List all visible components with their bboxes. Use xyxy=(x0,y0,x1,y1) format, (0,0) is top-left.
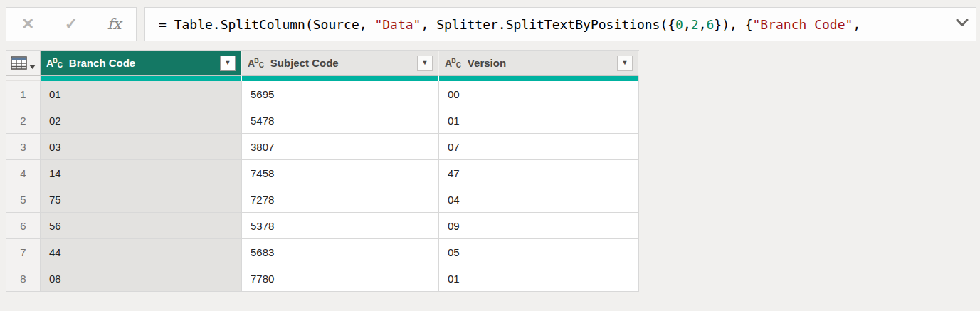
text-type-icon[interactable]: ABC xyxy=(445,58,461,69)
expand-formula-bar-button[interactable] xyxy=(954,17,970,28)
table-cell[interactable]: 56 xyxy=(41,213,242,239)
column-quality-bar xyxy=(439,76,639,81)
column-header-subject-code[interactable]: ABC Subject Code ▼ xyxy=(242,51,439,76)
row-number[interactable]: 1 xyxy=(6,81,41,107)
table-cell[interactable]: 7780 xyxy=(242,265,439,292)
formula-token: 6 xyxy=(706,17,714,32)
formula-token: 0 xyxy=(675,17,683,32)
data-preview-table: ABC Branch Code ▼ ABC Subject Code ▼ ABC… xyxy=(6,50,639,292)
filter-button[interactable]: ▼ xyxy=(220,56,236,71)
column-header-label: Subject Code xyxy=(270,57,417,69)
table-cell[interactable]: 09 xyxy=(439,213,639,239)
table-grid-icon xyxy=(11,56,27,70)
table-cell[interactable]: 02 xyxy=(41,107,242,134)
table-cell[interactable]: 00 xyxy=(439,81,639,107)
row-number[interactable]: 3 xyxy=(6,134,41,160)
formula-token: "Data" xyxy=(374,17,421,32)
cancel-button[interactable]: ✕ xyxy=(12,10,43,38)
table-corner-button[interactable] xyxy=(6,51,41,76)
table-cell[interactable]: 04 xyxy=(439,186,639,213)
text-type-icon[interactable]: ABC xyxy=(46,58,63,69)
table-cell[interactable]: 14 xyxy=(41,160,242,186)
column-header-branch-code[interactable]: ABC Branch Code ▼ xyxy=(41,51,242,76)
row-number[interactable]: 8 xyxy=(6,265,41,292)
formula-token: , xyxy=(699,17,707,32)
formula-token: , xyxy=(683,17,691,32)
check-icon: ✓ xyxy=(65,15,78,33)
row-number[interactable]: 7 xyxy=(6,239,41,265)
row-number[interactable]: 4 xyxy=(6,160,41,186)
row-number[interactable]: 6 xyxy=(6,213,41,239)
table-cell[interactable]: 03 xyxy=(41,134,242,160)
table-cell[interactable]: 01 xyxy=(41,81,242,107)
power-query-editor: ✕ ✓ fx = Table.SplitColumn(Source, "Data… xyxy=(0,0,980,311)
table-cell[interactable]: 44 xyxy=(41,239,242,265)
column-quality-bar xyxy=(41,76,242,81)
text-type-icon[interactable]: ABC xyxy=(248,58,264,69)
table-cell[interactable]: 5695 xyxy=(242,81,439,107)
table-cell[interactable]: 05 xyxy=(439,239,639,265)
filter-dropdown-icon: ▼ xyxy=(422,60,428,66)
commit-button[interactable]: ✓ xyxy=(56,10,87,38)
table-cell[interactable]: 7278 xyxy=(242,186,439,213)
table-cell[interactable]: 5478 xyxy=(242,107,439,134)
table-cell[interactable]: 01 xyxy=(439,265,639,292)
formula-token: , Splitter.SplitTextByPositions({ xyxy=(421,17,675,32)
table-cell[interactable]: 07 xyxy=(439,134,639,160)
chevron-down-icon xyxy=(956,19,969,27)
table-cell[interactable]: 47 xyxy=(439,160,639,186)
row-number[interactable]: 5 xyxy=(6,186,41,213)
formula-toolbar: ✕ ✓ fx xyxy=(6,7,137,41)
table-cell[interactable]: 01 xyxy=(439,107,639,134)
formula-token: , xyxy=(853,17,860,32)
table-cell[interactable]: 7458 xyxy=(242,160,439,186)
formula-input[interactable]: = Table.SplitColumn(Source, "Data", Spli… xyxy=(144,7,976,41)
table-cell[interactable]: 08 xyxy=(41,265,242,292)
add-step-button[interactable]: fx xyxy=(99,10,130,38)
row-number[interactable]: 2 xyxy=(6,107,41,134)
cancel-icon: ✕ xyxy=(21,15,34,33)
table-cell[interactable]: 75 xyxy=(41,186,242,213)
formula-token: 2 xyxy=(691,17,699,32)
filter-button[interactable]: ▼ xyxy=(617,56,633,71)
filter-dropdown-icon: ▼ xyxy=(622,60,628,66)
formula-token: }), { xyxy=(714,17,752,32)
table-cell[interactable]: 5378 xyxy=(242,213,439,239)
quality-bar-gutter xyxy=(6,76,41,81)
fx-icon: fx xyxy=(107,16,122,33)
filter-dropdown-icon: ▼ xyxy=(225,60,231,66)
column-header-version[interactable]: ABC Version ▼ xyxy=(439,51,639,76)
filter-button[interactable]: ▼ xyxy=(417,56,433,71)
formula-token: = Table.SplitColumn(Source, xyxy=(159,17,374,32)
column-quality-bar xyxy=(242,76,439,81)
column-header-label: Branch Code xyxy=(69,57,220,69)
table-cell[interactable]: 3807 xyxy=(242,134,439,160)
formula-token: "Branch Code" xyxy=(753,17,853,32)
caret-down-icon xyxy=(29,65,36,69)
table-cell[interactable]: 5683 xyxy=(242,239,439,265)
column-header-label: Version xyxy=(468,57,617,69)
